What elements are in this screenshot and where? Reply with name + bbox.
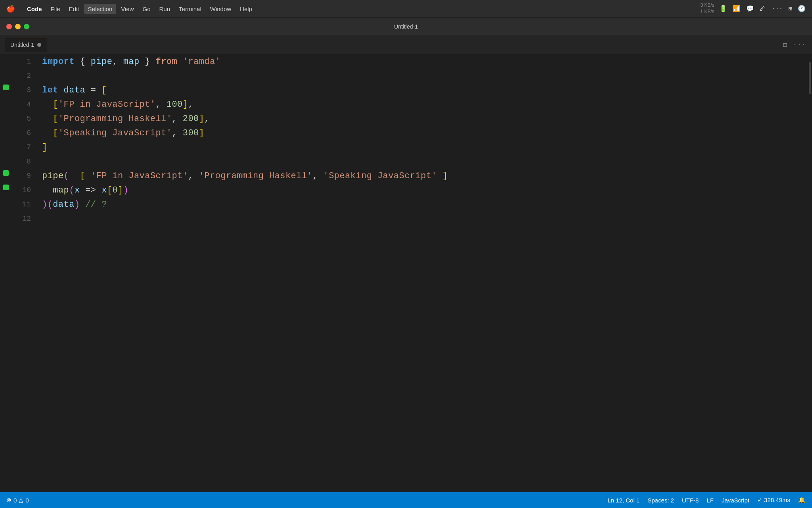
space3 <box>58 85 64 95</box>
keyword-from: from <box>156 57 178 67</box>
keyword-import: import <box>42 57 75 67</box>
inner-bracket-open1: [ <box>53 100 58 110</box>
inner-bracket-close2: ] <box>199 114 205 124</box>
language-mode[interactable]: JavaScript <box>722 497 749 504</box>
code-line-3: let data = [ <box>42 83 812 97</box>
notifications[interactable]: 🔔 <box>798 496 806 504</box>
code-line-4: [ 'FP in JavaScript' , 100 ] , <box>42 97 812 112</box>
wechat-icon: 💬 <box>746 5 754 13</box>
identifier-data2: data <box>53 200 75 210</box>
spaces9 <box>69 171 80 181</box>
line-num-1: 1 <box>12 54 31 69</box>
control-center-icon: ⊞ <box>788 5 792 13</box>
indent5 <box>42 114 53 124</box>
comma5b: , <box>204 114 210 124</box>
code-line-5: [ 'Programming Haskell' , 200 ] , <box>42 112 812 126</box>
line-ending[interactable]: LF <box>707 497 714 504</box>
split-editor-icon[interactable]: ⊟ <box>783 40 787 49</box>
comment-11: // ? <box>85 200 107 210</box>
line-num-12: 12 <box>12 212 31 226</box>
punct-space: { <box>75 57 91 67</box>
line-num-7: 7 <box>12 140 31 154</box>
tab-label: Untitled-1 <box>10 42 34 48</box>
fat-arrow: => <box>85 185 96 195</box>
code-editor[interactable]: import { pipe , map } from 'ramda' let d… <box>36 54 812 492</box>
menu-bar: 🍎 Code File Edit Selection View Go Run T… <box>0 0 812 18</box>
apple-icon: 🍎 <box>6 4 15 13</box>
paren-close11: ) <box>42 200 48 210</box>
minimize-button[interactable] <box>15 24 21 29</box>
menu-item-selection[interactable]: Selection <box>84 4 117 14</box>
punct-comma: , <box>112 57 123 67</box>
menu-item-file[interactable]: File <box>47 4 64 14</box>
menu-item-edit[interactable]: Edit <box>65 4 83 14</box>
code-line-10: map ( x => x [ 0 ] ) <box>42 183 812 197</box>
paren-open11: ( <box>48 200 53 210</box>
num-200: 200 <box>183 114 199 124</box>
close-button[interactable] <box>6 24 12 29</box>
breakpoint-line3[interactable] <box>3 85 9 90</box>
encoding-label: UTF-8 <box>682 497 699 504</box>
menu-item-window[interactable]: Window <box>206 4 235 14</box>
clock-icon: 🕐 <box>798 5 806 13</box>
menu-item-help[interactable]: Help <box>236 4 256 14</box>
apple-menu[interactable]: 🍎 <box>6 4 15 13</box>
error-count[interactable]: ⊗ 0 △ 0 <box>6 496 29 504</box>
encoding[interactable]: UTF-8 <box>682 497 699 504</box>
indentation[interactable]: Spaces: 2 <box>647 497 674 504</box>
line-num-9: 9 <box>12 169 31 183</box>
line-num-6: 6 <box>12 126 31 140</box>
space10 <box>80 185 86 195</box>
line-num-2: 2 <box>12 69 31 83</box>
status-bar: ⊗ 0 △ 0 Ln 12, Col 1 Spaces: 2 UTF-8 LF … <box>0 492 812 508</box>
line-num-5: 5 <box>12 112 31 126</box>
editor-tab[interactable]: Untitled-1 <box>5 38 47 52</box>
scrollbar-thumb[interactable] <box>809 62 811 94</box>
comma4b: , <box>188 100 193 110</box>
comma4: , <box>156 100 167 110</box>
paren-map-close: ) <box>123 185 129 195</box>
network-status: 3 KB/s 1 KB/s <box>700 2 714 15</box>
index-bracket-open: [ <box>107 185 113 195</box>
menu-item-terminal[interactable]: Terminal <box>175 4 205 14</box>
more-actions-icon[interactable]: ··· <box>793 41 806 49</box>
identifier-pipe: pipe <box>91 57 113 67</box>
cursor-position[interactable]: Ln 12, Col 1 <box>607 497 640 504</box>
menu-item-go[interactable]: Go <box>139 4 155 14</box>
warning-icon: △ <box>19 496 23 504</box>
punct-space2 <box>177 57 183 67</box>
maximize-button[interactable] <box>24 24 29 29</box>
cursor-position-label: Ln 12, Col 1 <box>607 497 640 504</box>
bracket-open: [ <box>102 85 107 95</box>
breakpoints-gutter <box>0 54 12 492</box>
keyword-let: let <box>42 85 58 95</box>
comma9b: , <box>312 171 323 181</box>
wifi-icon: 📶 <box>733 5 741 13</box>
str-fp2: 'FP in JavaScript' <box>91 171 188 181</box>
editor-container: 1 2 3 4 5 6 7 8 9 10 11 12 import { pipe… <box>0 54 812 492</box>
tab-unsaved-dot <box>37 43 41 47</box>
menu-item-view[interactable]: View <box>117 4 138 14</box>
identifier-x2: x <box>102 185 107 195</box>
identifier-map: map <box>123 57 140 67</box>
window-titlebar: Untitled-1 <box>0 18 812 35</box>
punct-close-brace: } <box>140 57 156 67</box>
run-time[interactable]: ✓ 328.49ms <box>757 496 790 504</box>
run-time-label: ✓ 328.49ms <box>757 496 790 504</box>
code-line-12 <box>42 212 812 226</box>
indent6 <box>42 128 53 138</box>
breakpoint-line9[interactable] <box>3 170 9 176</box>
space9c <box>437 171 442 181</box>
indent10 <box>42 185 53 195</box>
array-close: ] <box>442 171 448 181</box>
warning-count-label: 0 <box>25 497 29 504</box>
traffic-lights <box>6 24 29 29</box>
menu-item-run[interactable]: Run <box>155 4 174 14</box>
menu-items: Code File Edit Selection View Go Run Ter… <box>23 4 700 14</box>
identifier-data: data <box>64 85 86 95</box>
editor-scrollbar[interactable] <box>806 54 812 492</box>
breakpoint-line10[interactable] <box>3 185 9 190</box>
menu-item-code[interactable]: Code <box>23 4 46 14</box>
str-haskell: 'Programming Haskell' <box>58 114 172 124</box>
inner-bracket-open2: [ <box>53 114 58 124</box>
